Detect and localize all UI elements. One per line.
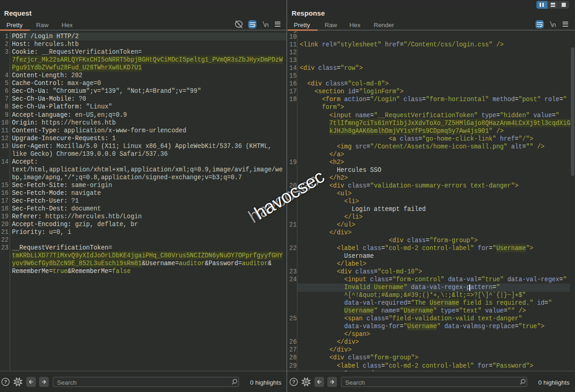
svg-text:?: ? <box>4 379 7 385</box>
svg-text:?: ? <box>292 379 295 385</box>
